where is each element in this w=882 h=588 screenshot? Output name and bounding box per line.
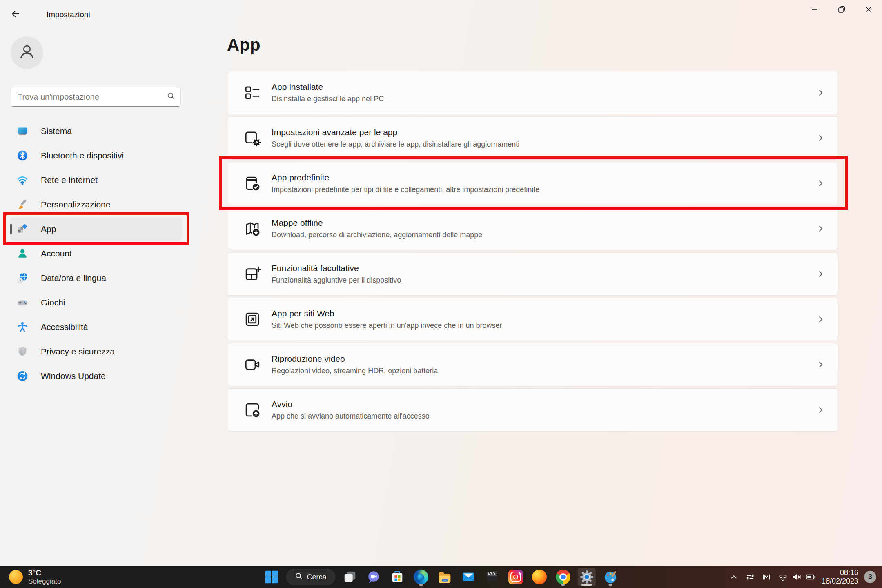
avatar[interactable] (11, 36, 43, 69)
taskbar-search[interactable]: Cerca (286, 569, 335, 585)
sidebar-item-sistema[interactable]: Sistema (10, 120, 182, 143)
optional-features-icon (244, 265, 261, 283)
settings-button[interactable] (578, 568, 596, 586)
tray-chevron-up-icon[interactable] (728, 572, 739, 582)
wifi-icon[interactable] (777, 572, 788, 582)
row-title: Impostazioni avanzate per le app (272, 127, 816, 137)
window-title: Impostazioni (47, 10, 90, 19)
row-title: App predefinite (272, 173, 816, 183)
sidebar-item-app[interactable]: App (10, 218, 182, 241)
edge-button[interactable] (412, 568, 430, 586)
start-button[interactable] (263, 568, 281, 586)
sidebar-item-accessibilita[interactable]: Accessibilità (10, 316, 182, 339)
accessibility-icon (16, 321, 29, 333)
row-subtitle: Siti Web che possono essere aperti in un… (272, 321, 816, 330)
sidebar-item-personalizzazione[interactable]: Personalizzazione (10, 193, 182, 216)
taskbar-search-label: Cerca (307, 573, 326, 581)
row-text: Funzionalità facoltative Funzionalità ag… (272, 263, 816, 285)
row-app-predefinite[interactable]: App predefinite Impostazioni predefinite… (227, 162, 838, 205)
back-button[interactable] (7, 6, 24, 24)
tray-date: 18/02/2023 (822, 577, 858, 586)
row-mappe-offline[interactable]: Mappe offline Download, percorso di arch… (227, 207, 838, 250)
sidebar-item-bluetooth[interactable]: Bluetooth e dispositivi (10, 144, 182, 167)
restore-icon (837, 4, 846, 16)
sidebar-item-label: Windows Update (41, 371, 106, 381)
chat-icon (366, 570, 381, 584)
row-subtitle: Scegli dove ottenere le app, archiviare … (272, 140, 816, 149)
instagram-button[interactable] (507, 568, 525, 586)
restore-button[interactable] (828, 0, 855, 20)
row-app-per-siti-web[interactable]: App per siti Web Siti Web che possono es… (227, 298, 838, 341)
volume-muted-icon[interactable] (791, 572, 802, 582)
row-title: Riproduzione video (272, 354, 816, 364)
sidebar-item-rete[interactable]: Rete e Internet (10, 169, 182, 192)
search-input[interactable] (18, 92, 167, 102)
weather-widget[interactable]: 3°C Soleggiato (9, 566, 61, 588)
row-title: App installate (272, 82, 816, 92)
tray-sliders-icon[interactable] (745, 572, 755, 582)
sidebar-item-windows-update[interactable]: Windows Update (10, 365, 182, 388)
row-subtitle: Impostazioni predefinite per tipi di fil… (272, 185, 816, 194)
task-view-icon (343, 570, 357, 584)
search-icon (167, 91, 176, 102)
installed-apps-icon (244, 84, 261, 101)
sidebar-nav: Sistema Bluetooth e dispositivi Rete e I… (10, 120, 182, 389)
mail-button[interactable] (459, 568, 477, 586)
row-funzionalita-facoltative[interactable]: Funzionalità facoltative Funzionalità ag… (227, 252, 838, 296)
notification-badge[interactable]: 3 (864, 571, 876, 583)
edge-icon (414, 570, 428, 584)
video-editor-button[interactable] (483, 568, 501, 586)
file-explorer-button[interactable] (436, 568, 454, 586)
microsoft-store-icon (390, 570, 405, 584)
sidebar-item-giochi[interactable]: Giochi (10, 291, 182, 314)
task-view-button[interactable] (341, 568, 359, 586)
minimize-icon (810, 4, 820, 16)
row-title: App per siti Web (272, 309, 816, 318)
search-icon (295, 572, 303, 582)
windows-update-icon (16, 370, 29, 382)
taskbar-clock[interactable]: 08:16 18/02/2023 (822, 568, 858, 586)
microsoft-store-button[interactable] (388, 568, 406, 586)
sidebar-item-label: Sistema (41, 126, 72, 136)
sidebar-item-account[interactable]: Account (10, 242, 182, 265)
close-button[interactable] (855, 0, 882, 20)
gaming-icon (16, 296, 29, 309)
row-text: Impostazioni avanzate per le app Scegli … (272, 127, 816, 149)
system-tray: 08:16 18/02/2023 3 (728, 566, 876, 588)
tray-m-app-icon[interactable] (761, 572, 772, 582)
sidebar-item-label: Bluetooth e dispositivi (41, 151, 124, 160)
row-impostazioni-avanzate[interactable]: Impostazioni avanzate per le app Scegli … (227, 116, 838, 160)
chevron-right-icon (816, 360, 826, 370)
settings-search-box (11, 87, 181, 107)
page-title: App (227, 35, 261, 55)
windows-start-icon (264, 570, 279, 584)
row-app-installate[interactable]: App installate Disinstalla e gestisci le… (227, 71, 838, 114)
close-icon (864, 4, 873, 16)
chevron-right-icon (816, 314, 826, 324)
battery-icon[interactable] (805, 572, 816, 582)
chrome-button[interactable] (554, 568, 572, 586)
row-riproduzione-video[interactable]: Riproduzione video Regolazioni video, st… (227, 343, 838, 386)
startup-icon (244, 401, 261, 419)
sun-icon (9, 570, 23, 584)
row-title: Funzionalità facoltative (272, 263, 816, 273)
chat-button[interactable] (365, 568, 383, 586)
sidebar-item-label: Account (41, 249, 72, 258)
sidebar-item-label: Rete e Internet (41, 175, 98, 185)
sidebar-item-label: Personalizzazione (41, 200, 110, 209)
row-subtitle: Regolazioni video, streaming HDR, opzion… (272, 367, 816, 375)
offline-maps-icon (244, 220, 261, 237)
instagram-icon (508, 570, 523, 584)
row-avvio[interactable]: Avvio App che si avviano automaticamente… (227, 388, 838, 432)
sidebar-item-label: Privacy e sicurezza (41, 347, 115, 356)
titlebar: Impostazioni (0, 0, 882, 29)
row-subtitle: App che si avviano automaticamente all'a… (272, 412, 816, 421)
weather-temperature: 3°C (28, 568, 61, 577)
firefox-button[interactable] (530, 568, 548, 586)
sidebar-item-privacy[interactable]: Privacy e sicurezza (10, 340, 182, 363)
sidebar-item-data-ora-lingua[interactable]: Data/ora e lingua (10, 267, 182, 290)
file-explorer-icon (437, 570, 452, 584)
paint-button[interactable] (601, 568, 619, 586)
minimize-button[interactable] (801, 0, 828, 20)
default-apps-icon (244, 175, 261, 192)
